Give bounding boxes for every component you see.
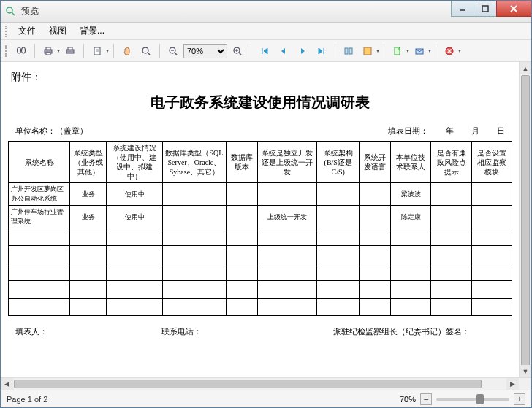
table-cell <box>360 299 391 316</box>
next-page-button[interactable] <box>294 42 311 60</box>
first-page-button[interactable] <box>256 42 273 60</box>
table-cell <box>391 228 431 246</box>
menu-background[interactable]: 背景... <box>74 23 110 39</box>
app-icon <box>5 6 17 18</box>
print-button[interactable] <box>39 42 57 60</box>
export-dropdown[interactable]: ▾ <box>406 47 409 54</box>
menu-view[interactable]: 视图 <box>43 23 72 39</box>
table-cell <box>9 263 70 281</box>
svg-line-17 <box>148 53 150 55</box>
table-cell <box>431 246 471 263</box>
page-indicator: Page 1 of 2 <box>7 395 400 404</box>
table-cell <box>391 263 431 281</box>
horizontal-scroll-thumb[interactable] <box>14 380 482 388</box>
toolbar-separator <box>335 44 335 58</box>
window-title: 预览 <box>21 5 452 18</box>
horizontal-scrollbar-row: ◀ ▶ <box>1 377 531 390</box>
color-dropdown[interactable]: ▾ <box>376 47 379 54</box>
table-cell: 广州停车场行业管理系统 <box>9 206 70 228</box>
table-cell <box>431 299 471 316</box>
table-cell <box>317 183 360 206</box>
document-page: 附件： 电子政务系统建设使用情况调研表 单位名称：（盖章） 填表日期： 年 月 … <box>8 71 512 337</box>
filler-label: 填表人： <box>15 326 162 337</box>
table-cell <box>226 263 257 281</box>
svg-point-7 <box>22 47 26 53</box>
scroll-right-arrow[interactable]: ▶ <box>506 378 519 390</box>
vertical-scroll-thumb[interactable] <box>521 75 530 367</box>
color-button[interactable] <box>359 42 376 60</box>
maximize-button[interactable] <box>474 1 497 17</box>
magnifier-button[interactable] <box>137 42 155 60</box>
content-area: 附件： 电子政务系统建设使用情况调研表 单位名称：（盖章） 填表日期： 年 月 … <box>1 62 531 377</box>
table-cell <box>431 263 471 281</box>
zoom-minus-button[interactable]: − <box>420 393 432 405</box>
titlebar: 预览 <box>1 1 531 23</box>
table-cell <box>257 246 317 263</box>
export-button[interactable] <box>389 42 406 60</box>
table-cell <box>70 263 107 281</box>
minimize-button[interactable] <box>451 1 474 17</box>
table-cell <box>226 228 257 246</box>
close-preview-button[interactable] <box>441 42 458 60</box>
quick-print-button[interactable] <box>61 42 79 60</box>
table-cell <box>360 228 391 246</box>
table-cell <box>9 246 70 263</box>
email-dropdown[interactable]: ▾ <box>428 47 431 54</box>
toolbar-separator <box>436 44 436 58</box>
close-button[interactable] <box>496 1 531 17</box>
zoom-select[interactable]: 70% <box>183 44 227 58</box>
last-page-button[interactable] <box>313 42 330 60</box>
table-row <box>9 228 512 246</box>
prev-page-button[interactable] <box>275 42 292 60</box>
table-cell <box>107 246 163 263</box>
table-cell <box>70 228 107 246</box>
table-header-cell: 本单位技术联系人 <box>391 142 431 183</box>
zoom-out-button[interactable] <box>164 42 182 60</box>
table-cell <box>431 281 471 299</box>
table-cell <box>107 281 163 299</box>
document-meta: 单位名称：（盖章） 填表日期： 年 月 日 <box>15 126 505 136</box>
scroll-left-arrow[interactable]: ◀ <box>1 378 13 390</box>
find-button[interactable] <box>12 42 30 60</box>
menu-file[interactable]: 文件 <box>12 23 42 39</box>
scrollbar-corner <box>519 378 531 390</box>
horizontal-scrollbar[interactable]: ◀ ▶ <box>1 378 519 390</box>
toolbar: ▾ ▾ 70% ▾ ▾ ▾ ▾ <box>1 40 531 62</box>
table-cell <box>431 206 471 228</box>
vertical-scrollbar[interactable]: ▲ ▼ <box>519 62 531 377</box>
table-header-cell: 系统名称 <box>9 142 70 183</box>
hand-tool-button[interactable] <box>118 42 136 60</box>
svg-rect-25 <box>345 48 348 54</box>
menubar-grip <box>5 26 11 37</box>
email-button[interactable] <box>411 42 428 60</box>
toolbar-grip <box>5 45 11 57</box>
table-cell <box>163 263 226 281</box>
table-cell: 陈定康 <box>391 206 431 228</box>
page-setup-dropdown[interactable]: ▾ <box>106 47 109 54</box>
scroll-up-arrow[interactable]: ▲ <box>520 62 531 74</box>
table-row <box>9 281 512 299</box>
menubar: 文件 视图 背景... <box>1 23 531 40</box>
table-cell <box>431 228 471 246</box>
year-label: 年 <box>446 126 454 136</box>
table-cell <box>226 299 257 316</box>
zoom-slider-thumb[interactable] <box>476 394 484 404</box>
table-cell <box>107 228 163 246</box>
zoom-slider[interactable] <box>436 398 509 401</box>
print-dropdown[interactable]: ▾ <box>57 47 60 54</box>
zoom-in-button[interactable] <box>229 42 246 60</box>
multipage-button[interactable] <box>340 42 357 60</box>
table-cell <box>471 183 512 206</box>
fill-date-label: 填表日期： <box>388 126 428 136</box>
svg-rect-12 <box>68 47 72 50</box>
page-view[interactable]: 附件： 电子政务系统建设使用情况调研表 单位名称：（盖章） 填表日期： 年 月 … <box>1 62 519 377</box>
table-header-cell: 是否设置相应监察模块 <box>471 142 512 183</box>
table-cell <box>360 183 391 206</box>
scroll-down-arrow[interactable]: ▼ <box>520 365 531 377</box>
table-cell <box>471 299 512 316</box>
close-dropdown[interactable]: ▾ <box>458 47 461 54</box>
zoom-plus-button[interactable]: + <box>514 393 525 405</box>
table-cell <box>471 246 512 263</box>
table-cell <box>226 281 257 299</box>
page-setup-button[interactable] <box>88 42 106 60</box>
